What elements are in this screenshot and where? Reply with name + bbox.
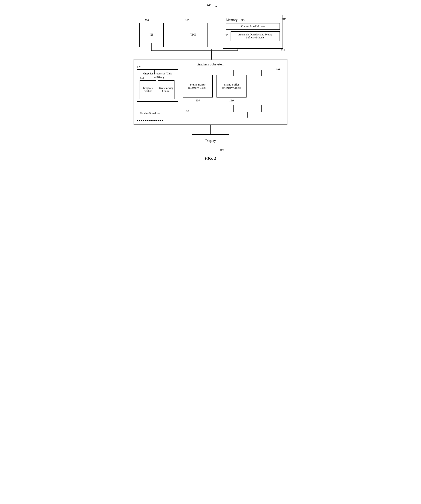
control-panel-box: Control Panel Module (226, 23, 280, 30)
ref-135: 135 (159, 77, 164, 80)
gp-outer-box: Graphics Processor (Chip Clock) 140 Grap… (137, 69, 178, 102)
memory-label: Memory (226, 18, 238, 22)
ref-104: 104 (276, 67, 281, 71)
subsystem-inner: 125 Graphics Processor (Chip Clock) 140 … (137, 69, 284, 121)
display-connector-svg (134, 125, 287, 134)
display-connector-spacer (134, 125, 287, 134)
ref-120: 120 (224, 34, 228, 37)
subsystem-title: Graphics Subsystem (137, 62, 284, 66)
auto-oc-label: Automatic Overclocking Setting Software … (238, 33, 272, 39)
graphics-subsystem: Graphics Subsystem (134, 59, 287, 125)
ref-198: 198 (145, 19, 149, 22)
oc-control-label: Overclocking Control (159, 87, 173, 93)
ui-box: UI (139, 23, 164, 47)
fb1-label: Frame Buffer (Memory Clock) (185, 83, 210, 90)
gp-wrapper: 140 Graphics Pipeline (140, 80, 156, 99)
auto-oc-box: Automatic Overclocking Setting Software … (231, 31, 280, 41)
fb2-box: Frame Buffer (Memory Clock) (216, 75, 246, 97)
display-area: Display 190 (192, 134, 229, 151)
right-column: 104 Frame Buffer (Memory Clock) 130 Fram… (183, 69, 284, 102)
control-panel-label: Control Panel Module (241, 25, 264, 28)
ui-label: UI (150, 33, 153, 37)
gp-inner-row: 140 Graphics Pipeline 135 Overclocking C… (140, 80, 176, 99)
fb2-label: Frame Buffer (Memory Clock) (219, 83, 244, 90)
vsf-label: Variable Speed Fan (140, 112, 160, 115)
oc-control-box: Overclocking Control (158, 80, 175, 99)
left-column: 125 Graphics Processor (Chip Clock) 140 … (137, 69, 178, 121)
top-section: 100 198 UI 105 CPU 110 Memory 115 (134, 6, 287, 49)
ref-100: 100 (207, 4, 211, 7)
graphics-pipeline-box: Graphics Pipeline (140, 80, 156, 99)
mid-connector-svg (134, 49, 287, 59)
memory-box: Memory 115 Control Panel Module 120 Auto… (223, 15, 283, 49)
ref-105: 105 (185, 19, 189, 22)
fb1-wrapper: Frame Buffer (Memory Clock) 130 (183, 75, 213, 102)
diagram: 100 198 UI 105 CPU 110 Memory 115 (134, 6, 287, 161)
ref-195: 195 (186, 109, 189, 113)
fb2-wrapper: Frame Buffer (Memory Clock) 130 (216, 75, 246, 102)
connector-spacer (134, 49, 287, 59)
cpu-box: CPU (178, 23, 208, 47)
cpu-label: CPU (189, 33, 196, 37)
ref-140: 140 (140, 77, 144, 80)
vsf-wrapper: 195 Variable Speed Fan (137, 106, 178, 121)
graphics-pipeline-label: Graphics Pipeline (141, 87, 155, 93)
ref-190: 190 (220, 148, 224, 151)
ref-125: 125 (137, 66, 141, 69)
ref-115: 115 (240, 18, 244, 22)
display-box: Display (192, 134, 229, 147)
display-label: Display (205, 139, 216, 143)
vsf-box: Variable Speed Fan (137, 106, 163, 121)
ref-130-1: 130 (196, 99, 200, 102)
fb1-box: Frame Buffer (Memory Clock) (183, 75, 213, 97)
gp-outer-wrapper: 125 Graphics Processor (Chip Clock) 140 … (137, 69, 178, 102)
oc-wrapper: 135 Overclocking Control (158, 80, 175, 99)
gp-title: Graphics Processor (Chip Clock) (140, 72, 176, 78)
fig-label: FIG. 1 (205, 156, 216, 161)
ref-130-2: 130 (229, 99, 234, 102)
